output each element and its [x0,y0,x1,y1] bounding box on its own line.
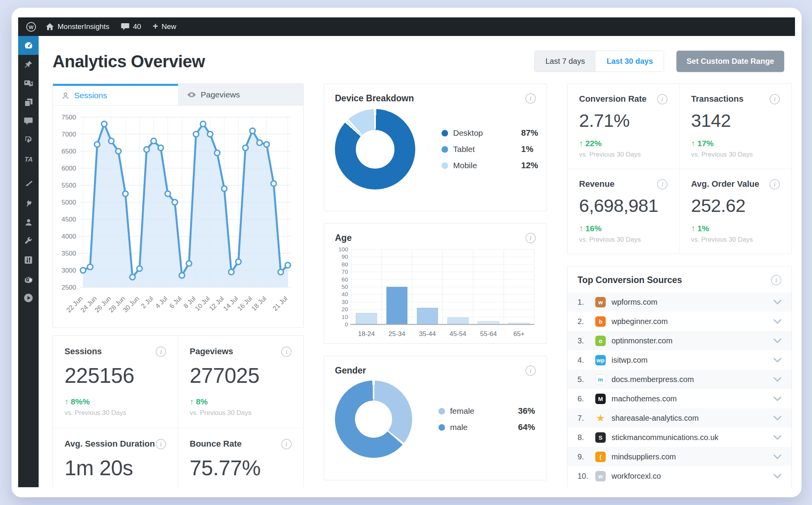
svg-text:2500: 2500 [61,284,76,291]
wrench-icon [24,237,33,246]
ecommerce-kpi-grid: Conversion Ratei2.71%↑ 22%vs. Previous 3… [567,84,792,254]
chevron-down-icon[interactable] [773,298,781,307]
info-icon[interactable]: i [657,94,668,104]
legend-value: 36% [518,406,535,416]
sidebar-item-comments[interactable] [18,112,39,131]
svg-text:18 Jul: 18 Jul [250,295,268,312]
tab-sessions[interactable]: Sessions [53,84,178,105]
sidebar-item-dashboard[interactable] [18,36,39,55]
source-row-machothemes.com[interactable]: 6.Mmachothemes.com [567,389,792,408]
svg-text:12 Jul: 12 Jul [208,295,226,312]
svg-text:4 Jul: 4 Jul [154,295,169,310]
source-row-isitwp.com[interactable]: 4.wpisitwp.com [567,350,792,370]
svg-text:20: 20 [341,306,348,312]
app-window: W MonsterInsights 40 + New [12,8,802,497]
source-domain: isitwp.com [612,356,773,365]
chevron-down-icon[interactable] [773,452,781,461]
source-domain: wpforms.com [612,298,773,307]
play-circle-icon [24,293,33,303]
sidebar-item-posts[interactable] [18,55,39,74]
legend-value: 1% [521,144,533,154]
metric-title: Transactions [691,94,744,104]
sidebar-item-plugins[interactable] [18,194,39,213]
sidebar-item-appearance[interactable] [18,175,39,194]
chevron-down-icon[interactable] [773,394,781,403]
svg-text:21 Jul: 21 Jul [271,295,289,312]
chevron-down-icon[interactable] [773,472,781,481]
info-icon[interactable]: i [770,94,780,104]
memberpress-favicon: m [595,374,606,385]
sidebar-item-video[interactable] [18,288,39,307]
legend-row-mobile: Mobile12% [442,160,538,171]
site-menu[interactable]: MonsterInsights [46,22,109,31]
svg-text:80: 80 [341,261,348,268]
svg-text:16 Jul: 16 Jul [236,295,254,312]
info-icon[interactable]: i [771,275,781,285]
source-row-docs.memberpress.com[interactable]: 5.mdocs.memberpress.com [567,370,792,389]
metric-change: ↑ 16% [579,224,668,233]
info-icon[interactable]: i [525,233,536,243]
info-icon[interactable]: i [156,346,166,357]
svg-text:40: 40 [341,291,348,297]
info-icon[interactable]: i [525,93,536,104]
svg-text:10: 10 [341,314,348,320]
chevron-down-icon[interactable] [773,317,781,326]
gender-title: Gender [335,365,366,376]
metric-title: Revenue [579,179,615,189]
gender-legend: female36%male64% [438,400,535,438]
sources-list: 1.wwpforms.com2.bwpbeginner.com3.ooptinm… [567,292,792,486]
sidebar-item-media[interactable] [18,74,39,93]
sidebar-item-pages[interactable] [18,93,39,112]
chevron-down-icon[interactable] [773,356,781,365]
info-icon[interactable]: i [156,439,166,449]
source-row-stickmancommunications.co.uk[interactable]: 8.Sstickmancommunications.co.uk [567,428,792,447]
new-menu[interactable]: + New [153,22,176,31]
metric-card-revenue: Revenuei6,698,981↑ 16%vs. Previous 30 Da… [567,169,679,254]
metric-change: ↑ 17% [691,139,780,148]
sidebar-item-ta[interactable]: TA [18,150,39,169]
source-row-optinmonster.com[interactable]: 3.ooptinmonster.com [567,331,792,350]
chevron-down-icon[interactable] [773,336,781,345]
last-30-days-button[interactable]: Last 30 days [596,51,664,72]
mindsuppliers-favicon: ( [595,452,606,462]
wordpress-logo-icon[interactable]: W [26,22,36,32]
source-row-workforcexl.co[interactable]: 10.wworkforcexl.co [567,466,792,486]
chevron-down-icon[interactable] [773,414,781,423]
chevron-down-icon[interactable] [773,375,781,384]
comment-icon [121,23,129,31]
eye-icon [187,91,196,98]
optinmonster-favicon: o [595,336,606,346]
age-title: Age [335,233,352,243]
sidebar-item-settings[interactable] [18,251,39,270]
source-row-mindsuppliers.com[interactable]: 9.(mindsuppliers.com [567,447,792,466]
ta-icon: TA [22,155,35,163]
source-row-wpbeginner.com[interactable]: 2.bwpbeginner.com [567,312,792,331]
desktop-background: { "admin_bar": { "site_name": "MonsterIn… [0,0,812,505]
site-name: MonsterInsights [58,22,109,31]
legend-label: female [450,406,493,416]
info-icon[interactable]: i [281,439,292,449]
sidebar-item-downloads[interactable] [18,131,39,150]
last-7-days-button[interactable]: Last 7 days [535,51,596,72]
tab-pageviews[interactable]: Pageviews [178,84,304,105]
info-icon[interactable]: i [525,365,536,376]
set-custom-date-range-button[interactable]: Set Custom Date Range [676,51,784,72]
metric-change: ↑ 8%% [65,397,166,406]
svg-text:10 Jul: 10 Jul [194,295,211,312]
info-icon[interactable]: i [281,346,292,357]
info-icon[interactable]: i [657,179,668,189]
source-row-wpforms.com[interactable]: 1.wwpforms.com [567,292,792,312]
source-row-shareasale-analytics.com[interactable]: 7.★shareasale-analytics.com [567,408,792,428]
legend-value: 12% [521,160,538,171]
person-icon [61,92,70,100]
comments-menu[interactable]: 40 [121,22,141,31]
sidebar-item-monsterinsights[interactable] [18,270,39,288]
metric-value: 277025 [190,363,292,388]
source-domain: docs.memberpress.com [612,375,773,384]
source-domain: wpbeginner.com [612,317,773,326]
chevron-down-icon[interactable] [773,433,781,442]
sidebar-item-tools[interactable] [18,232,39,251]
info-icon[interactable]: i [770,179,780,189]
sidebar-item-users[interactable] [18,213,39,232]
legend-label: Tablet [453,145,496,154]
